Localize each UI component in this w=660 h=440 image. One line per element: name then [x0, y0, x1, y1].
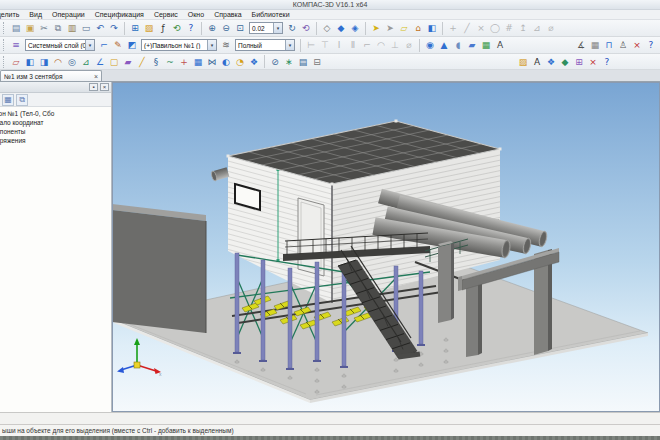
toolbar-grip[interactable] [3, 22, 6, 34]
surface-button[interactable]: ◔ [233, 55, 247, 69]
orientation-button[interactable]: ➤ [383, 21, 397, 35]
disabled-dim-parallel-button[interactable]: Ⅱ [346, 38, 360, 52]
toolbar-grip[interactable] [3, 39, 6, 51]
exploded-view-button[interactable]: ∗ [282, 55, 296, 69]
menu-item-Вид[interactable]: Вид [24, 10, 47, 20]
menu-item-Окно[interactable]: Окно [183, 10, 209, 20]
menu-item-Выделить[interactable]: Выделить [0, 10, 24, 20]
disabled-dim-linear-button[interactable]: Ⅰ [332, 38, 346, 52]
component-combobox[interactable]: (+)Павильон №1 ()▾ [141, 39, 217, 51]
sketch-plane-button[interactable]: ▱ [397, 21, 411, 35]
object-properties-button[interactable]: ▭ [79, 21, 93, 35]
paste-button[interactable]: ▥ [65, 21, 79, 35]
orbit-button[interactable]: ⟲ [299, 21, 313, 35]
open-document-button[interactable]: ▣ [23, 21, 37, 35]
mate-button[interactable]: ⊓ [602, 38, 616, 52]
wireframe-view-button[interactable]: ◇ [320, 21, 334, 35]
disabled-circle-button[interactable]: ◯ [488, 21, 502, 35]
zoom-area-button[interactable]: ⊡ [233, 21, 247, 35]
assembly-ops-button[interactable]: ❖ [247, 55, 261, 69]
sheet-body-button[interactable]: ▰ [465, 38, 479, 52]
menu-item-Операции[interactable]: Операции [47, 10, 90, 20]
disabled-line-button[interactable]: ╱ [460, 21, 474, 35]
axis-button[interactable]: ╱ [135, 55, 149, 69]
library-help-button[interactable]: ? [600, 55, 614, 69]
normal-to-button[interactable]: ➤ [369, 21, 383, 35]
display-mode-button[interactable]: ≋ [219, 38, 233, 52]
mirror-button[interactable]: ⋈ [205, 55, 219, 69]
mannequin-button[interactable]: ♙ [616, 38, 630, 52]
check-grid-button[interactable]: ▦ [588, 38, 602, 52]
menu-item-Сервис[interactable]: Сервис [149, 10, 183, 20]
specification-button[interactable]: ▤ [296, 55, 310, 69]
shaded-edges-view-button[interactable]: ◈ [348, 21, 362, 35]
library-button[interactable]: ▨ [142, 21, 156, 35]
disabled-point-button[interactable]: + [446, 21, 460, 35]
copy-button[interactable]: ⧉ [51, 21, 65, 35]
new-document-button[interactable]: ▤ [9, 21, 23, 35]
draft-button[interactable]: ∠ [93, 55, 107, 69]
redo-button[interactable]: ↷ [107, 21, 121, 35]
hole-button[interactable]: ◎ [65, 55, 79, 69]
layer-combobox[interactable]: Системный слой (0)▾ [25, 39, 95, 51]
report-button[interactable]: ⊟ [310, 55, 324, 69]
apps-button[interactable]: ◆ [558, 55, 572, 69]
menu-item-Библиотеки[interactable]: Библиотеки [247, 10, 295, 20]
annotation-button[interactable]: А [493, 38, 507, 52]
pattern-grid-button[interactable]: ▦ [191, 55, 205, 69]
tree-item[interactable]: ◇Сопряжения [0, 136, 111, 145]
rib-button[interactable]: ⊿ [79, 55, 93, 69]
shell-button[interactable]: ◖ [451, 38, 465, 52]
chevron-down-icon[interactable]: ▾ [207, 40, 216, 50]
measure-button[interactable]: ∡ [574, 38, 588, 52]
disabled-dim-diam-button[interactable]: ⌀ [402, 38, 416, 52]
array-button[interactable]: ▦ [479, 38, 493, 52]
disabled-angle-button[interactable]: ⊿ [530, 21, 544, 35]
extrude-button[interactable]: ◧ [23, 55, 37, 69]
context-help-button[interactable]: ? [184, 21, 198, 35]
disabled-dim-corner-button[interactable]: ⌐ [360, 38, 374, 52]
tree-composition-button[interactable]: ⧉ [16, 94, 28, 106]
viewport-3d[interactable]: x [112, 82, 660, 412]
tree-structure-button[interactable]: ▦ [2, 94, 14, 106]
edit-inplace-button[interactable]: ✎ [111, 38, 125, 52]
fillet-button[interactable]: ◠ [51, 55, 65, 69]
zoom-out-button[interactable]: ⊖ [219, 21, 233, 35]
spreadsheet-button[interactable]: ⊞ [128, 21, 142, 35]
local-csys-button[interactable]: ⌐ [97, 38, 111, 52]
refresh-image-button[interactable]: ↻ [285, 21, 299, 35]
create-sketch-button[interactable]: ▱ [9, 55, 23, 69]
point-button[interactable]: + [177, 55, 191, 69]
fx-variables-button[interactable]: ƒ [156, 21, 170, 35]
disabled-grid-button[interactable]: # [502, 21, 516, 35]
boolean-button[interactable]: ◐ [219, 55, 233, 69]
tree-item[interactable]: ◫Компоненты [0, 127, 111, 136]
shell-tool-button[interactable]: ▢ [107, 55, 121, 69]
add-component-button[interactable]: ◩ [125, 38, 139, 52]
tree-item[interactable]: ▣Павильон №1 (Тел-0, Сбо [0, 109, 111, 118]
standard-items-button[interactable]: А [530, 55, 544, 69]
undo-button[interactable]: ↶ [93, 21, 107, 35]
tab-close-icon[interactable]: × [94, 72, 98, 81]
disabled-dim-perp-button[interactable]: ⊥ [388, 38, 402, 52]
scale-combobox[interactable]: 0.02▾ [249, 22, 283, 34]
disabled-diameter-button[interactable]: ⌀ [544, 21, 558, 35]
toolbar-grip[interactable] [3, 56, 6, 68]
disabled-dim-arc-button[interactable]: ◠ [374, 38, 388, 52]
rebuild-button[interactable]: ⟲ [170, 21, 184, 35]
zoom-in-button[interactable]: ⊕ [205, 21, 219, 35]
layers-button[interactable]: ≡ [9, 38, 23, 52]
materials-button[interactable]: ⊞ [572, 55, 586, 69]
disabled-dim-horizontal-button[interactable]: ⊢ [304, 38, 318, 52]
menu-item-Спецификация[interactable]: Спецификация [90, 10, 149, 20]
spline-button[interactable]: ~ [163, 55, 177, 69]
titlebar[interactable]: КОМПАС-3D V16.1 x64 [0, 0, 660, 10]
pin-icon[interactable]: ▪ [89, 83, 98, 91]
close-icon[interactable]: × [100, 83, 109, 91]
delete-button[interactable]: × [630, 38, 644, 52]
menu-item-Справка[interactable]: Справка [209, 10, 246, 20]
chevron-down-icon[interactable]: ▾ [273, 23, 282, 33]
document-tab[interactable]: №1 изм 3 сентября × [0, 70, 102, 81]
plane-button[interactable]: ▰ [121, 55, 135, 69]
disabled-dim-vertical-button[interactable]: ⊤ [318, 38, 332, 52]
